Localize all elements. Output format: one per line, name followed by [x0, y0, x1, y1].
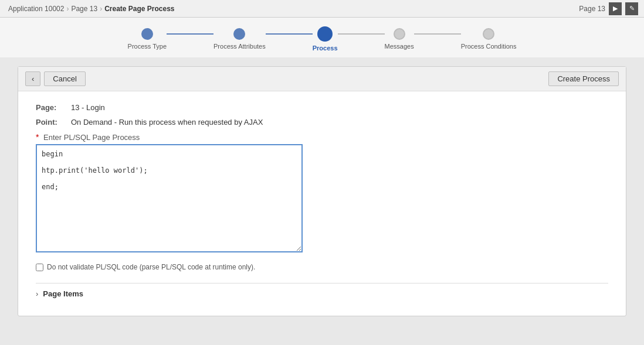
wizard-step-process-type[interactable]: Process Type: [128, 28, 167, 50]
breadcrumb: Application 10002 › Page 13 › Create Pag…: [6, 5, 177, 13]
required-marker: *: [36, 132, 39, 142]
wizard-step-process-attributes[interactable]: Process Attributes: [213, 28, 266, 50]
page-items-section[interactable]: › Page Items: [36, 283, 608, 298]
step-connector-1: [167, 33, 213, 35]
page-label: Page:: [36, 103, 65, 112]
wizard-step-process[interactable]: Process: [313, 26, 338, 52]
breadcrumb-right: Page 13 ▶ ✎: [579, 2, 638, 15]
page-items-label: Page Items: [43, 289, 83, 298]
breadcrumb-page[interactable]: Page 13: [69, 5, 100, 13]
point-value: On Demand - Run this process when reques…: [71, 118, 263, 127]
step-label-messages: Messages: [385, 43, 414, 50]
step-label-process-type: Process Type: [128, 43, 167, 50]
chevron-right-icon: ›: [36, 289, 38, 298]
textarea-wrapper: begin htp.print('hello world'); end;: [36, 144, 608, 254]
step-label-process: Process: [313, 45, 338, 52]
step-circle-process: [317, 26, 333, 42]
wizard-steps: Process Type Process Attributes Process …: [128, 26, 517, 52]
back-button[interactable]: ‹: [25, 71, 40, 86]
breadcrumb-app[interactable]: Application 10002: [6, 5, 66, 13]
no-validate-checkbox[interactable]: [36, 264, 43, 271]
edit-button[interactable]: ✎: [625, 2, 638, 15]
cancel-button[interactable]: Cancel: [44, 71, 85, 86]
plsql-textarea[interactable]: begin htp.print('hello world'); end;: [36, 144, 303, 252]
step-label-process-attributes: Process Attributes: [213, 43, 266, 50]
checkbox-label: Do not validate PL/SQL code (parse PL/SQ…: [47, 263, 255, 271]
checkbox-row: Do not validate PL/SQL code (parse PL/SQ…: [36, 263, 608, 271]
form-content: Page: 13 - Login Point: On Demand - Run …: [18, 91, 626, 316]
wizard-container: Process Type Process Attributes Process …: [0, 18, 644, 57]
step-connector-4: [414, 33, 461, 35]
main-wrapper: ‹ Cancel Create Process Page: 13 - Login…: [0, 57, 644, 325]
step-connector-3: [338, 33, 385, 35]
create-process-button[interactable]: Create Process: [548, 71, 619, 86]
breadcrumb-bar: Application 10002 › Page 13 › Create Pag…: [0, 0, 644, 18]
point-label: Point:: [36, 118, 65, 127]
step-circle-process-attributes: [233, 28, 245, 40]
step-circle-process-type: [141, 28, 153, 40]
toolbar: ‹ Cancel Create Process: [18, 67, 626, 91]
toolbar-left: ‹ Cancel: [25, 71, 86, 86]
content-box: ‹ Cancel Create Process Page: 13 - Login…: [18, 66, 626, 316]
step-circle-process-conditions: [483, 28, 494, 40]
page-row: Page: 13 - Login: [36, 103, 608, 112]
breadcrumb-current: Create Page Process: [102, 5, 177, 13]
plsql-field-label: Enter PL/SQL Page Process: [43, 133, 140, 142]
step-circle-messages: [394, 28, 405, 40]
wizard-step-process-conditions[interactable]: Process Conditions: [461, 28, 517, 50]
point-row: Point: On Demand - Run this process when…: [36, 118, 608, 127]
step-connector-2: [266, 33, 313, 35]
required-field-row: * Enter PL/SQL Page Process: [36, 132, 608, 142]
page-value: 13 - Login: [71, 103, 105, 112]
breadcrumb-page-num: Page 13: [579, 5, 605, 13]
run-button[interactable]: ▶: [609, 2, 622, 15]
step-label-process-conditions: Process Conditions: [461, 43, 517, 50]
wizard-step-messages[interactable]: Messages: [385, 28, 414, 50]
